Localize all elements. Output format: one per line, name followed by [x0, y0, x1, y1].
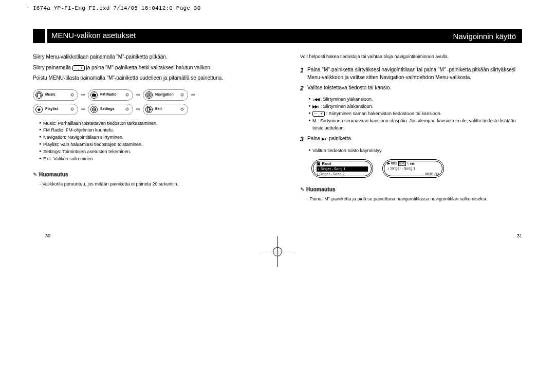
step-3: 3 Paina ▶ıı -painiketta. — [300, 135, 522, 144]
pill-navigation-label: Navigation — [155, 92, 181, 97]
minus-plus-icon: − , + — [312, 111, 325, 117]
play-icon: ▶ — [387, 161, 390, 166]
eq-badge: NOR — [398, 161, 406, 166]
note-text: - Valikkotila peruuntuu, jos mitään pain… — [33, 181, 255, 188]
folder-icon: ▣ — [317, 161, 321, 166]
bullet-item: FM Radio: FM-ohjelmien kuuntelu. — [39, 127, 255, 134]
intro: Voit helposti hakea tiedostoja tai vaiht… — [300, 53, 522, 60]
radio-icon — [90, 91, 98, 99]
arrow-icon: ➡ — [81, 105, 85, 114]
sub-item: ꜖◀◀ : Siirtyminen yläkansioon. — [308, 96, 522, 103]
bullet-item: Music: Parhaillaan toistettavan tiedosto… — [39, 120, 255, 127]
pill-exit-label: Exit — [155, 106, 181, 111]
sub-item-text: : Siirtyminen saman hakemiston tiedostoo… — [326, 111, 442, 116]
menu-pills: Music ➡ FM Radio ➡ Navigation ➡ Playlist… — [33, 89, 255, 115]
arrow-icon: ➡ — [191, 91, 195, 99]
pencil-icon: ✎ — [300, 186, 304, 194]
sub-item: Valitun tiedoston toisto käynnistyy. — [308, 147, 522, 155]
page-number-right: 31 — [517, 233, 522, 238]
title-right: Navigoinnin käyttö — [453, 32, 518, 41]
dev-row1: Singer - Song 1 — [321, 166, 346, 172]
page-number-left: 30 — [45, 233, 50, 238]
note-icon: ♪ — [318, 166, 320, 172]
step2-items: ꜖◀◀ : Siirtyminen yläkansioon. ▶▶꜖ : Sii… — [308, 96, 522, 132]
pill-playlist-label: Playlist — [45, 106, 71, 111]
pill-music-label: Music — [45, 92, 71, 97]
bullet-item: Navigation: Navigointitilaan siirtyminen… — [39, 134, 255, 141]
step3-items: Valitun tiedoston toisto käynnistyy. — [308, 147, 522, 155]
step-text: Paina "M"-painiketta siirtyäksesi navigo… — [307, 66, 522, 81]
step-text: Valitse toistettava tiedosto tai kansio. — [307, 84, 391, 93]
title-left-text: MENU-valikon asetukset — [51, 31, 136, 40]
pill-music: Music — [33, 89, 78, 101]
device-screens: ▣ Root ♪ Singer - Song 1 ♪ Singer - Song… — [311, 159, 522, 178]
svg-rect-2 — [92, 94, 96, 97]
sub-item: − , + : Siirtyminen saman hakemiston tie… — [308, 110, 522, 118]
pencil-icon: ✎ — [33, 171, 37, 179]
bullet-item: Playlist: Vain haluamiesi tiedostojen to… — [39, 141, 255, 148]
play-pause-icon: ▶ıı — [322, 136, 325, 142]
exit-icon — [145, 106, 153, 113]
bullet-item: Exit: Valikon sulkeminen. — [39, 156, 255, 163]
page-right: Voit helposti hakea tiedostoja tai vaiht… — [278, 53, 522, 202]
svg-rect-0 — [37, 95, 38, 97]
track-no: 001 — [391, 161, 397, 166]
pill-playlist: Playlist — [33, 104, 78, 115]
arrow-icon: ➡ — [81, 91, 85, 99]
pill-navigation: Navigation — [143, 89, 188, 101]
forward-icon: ▶▶꜖ — [312, 104, 319, 110]
sub-item: ▶▶꜖ : Siirtyminen alakansioon. — [308, 103, 522, 110]
gear-icon — [90, 106, 98, 113]
note-text: - Paina "M"-painiketta ja pidä se painet… — [300, 196, 522, 202]
step-number: 2 — [300, 84, 307, 93]
pill-fmradio-label: FM Radio — [100, 92, 126, 97]
note-icon: ♪ — [317, 172, 319, 177]
title-left: MENU-valikon asetukset — [33, 29, 136, 43]
minus-plus-icon: − , + — [72, 65, 85, 71]
compass-icon — [145, 91, 153, 99]
note-title: Huomautus — [39, 171, 68, 179]
lead-p1: Siirry Menu-valikkotilaan painamalla "M"… — [33, 53, 255, 61]
title-bar: MENU-valikon asetukset Navigoinnin käytt… — [33, 29, 522, 43]
rewind-icon: ꜖◀◀ — [312, 97, 319, 103]
svg-line-3 — [92, 92, 95, 94]
device-browser: ▣ Root ♪ Singer - Song 1 ♪ Singer - Song… — [311, 159, 373, 178]
svg-point-6 — [94, 108, 95, 109]
crop-mark-icon — [262, 236, 293, 267]
p2a: Siirry painamalla — [33, 65, 72, 70]
note-icon: ♪ — [387, 166, 390, 171]
svg-rect-1 — [41, 95, 42, 97]
bullet-item: Settings: Toimintojen asetusten tekemine… — [39, 148, 255, 156]
arrow-icon: ➡ — [136, 91, 140, 99]
sub-item: M : Siirtyminen seuraavaan kansioon alas… — [308, 118, 522, 132]
note-heading: ✎ Huomautus — [300, 186, 522, 194]
device-playing: ▶001 NOR ↻ ▮▮▮ ♪ Singer - Song 1 00:01:3… — [382, 159, 444, 178]
left-bullets: Music: Parhaillaan toistettavan tiedosto… — [39, 120, 255, 163]
pill-settings: Settings — [88, 104, 133, 115]
sub-item-text: : Siirtyminen alakansioon. — [321, 104, 374, 109]
elapsed-time: 00:01:30 — [387, 172, 439, 177]
lead-p3: Poistu MENU-tilasta painamalla "M"-paini… — [33, 74, 255, 82]
note-heading: ✎ Huomautus — [33, 171, 255, 179]
song-name: Singer - Song 1 — [391, 166, 416, 171]
step-2: 2 Valitse toistettava tiedosto tai kansi… — [300, 84, 522, 93]
step-text: Paina ▶ıı -painiketta. — [307, 135, 353, 144]
step-number: 3 — [300, 135, 307, 144]
headphones-icon — [35, 91, 43, 99]
lead-p2: Siirry painamalla − , + ja paina "M"-pai… — [33, 64, 255, 72]
pill-settings-label: Settings — [100, 106, 126, 111]
p2b: ja paina "M"-painiketta hetki valitakses… — [86, 65, 212, 70]
dev-title: Root — [322, 161, 331, 166]
dev-row2: Singer - Song 2 — [320, 172, 345, 177]
sub-item-text: : Siirtyminen yläkansioon. — [321, 97, 373, 102]
battery-icon: ▮▮▮ — [410, 162, 415, 165]
repeat-icon: ↻ — [407, 162, 409, 165]
s3a: Paina — [307, 136, 322, 141]
arrow-icon: ➡ — [136, 105, 140, 114]
pill-exit: Exit — [143, 104, 188, 115]
page-left: Siirry Menu-valikkotilaan painamalla "M"… — [33, 53, 278, 202]
s3b: -painiketta. — [326, 136, 353, 141]
step-1: 1 Paina "M"-painiketta siirtyäksesi navi… — [300, 66, 522, 81]
note-title: Huomautus — [306, 186, 336, 194]
file-meta: I674a_YP-F1-Eng_FI.qxd 7/14/05 16:0412:0… — [0, 0, 555, 11]
